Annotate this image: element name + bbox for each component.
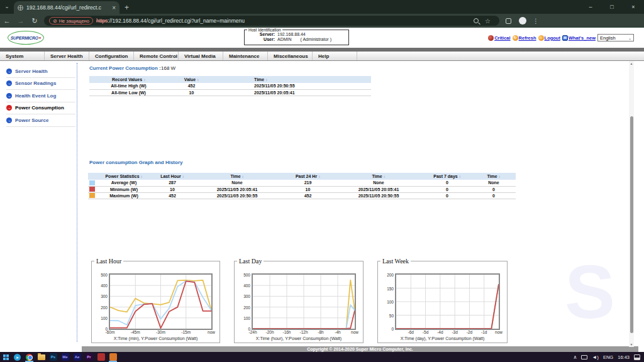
address-bar[interactable]: ⊘ Не защищено https://192.168.88.44/cgi/… <box>44 16 499 26</box>
reload-button[interactable]: ↻ <box>28 17 42 25</box>
forward-button[interactable]: → <box>14 17 28 25</box>
sidebar-item-power-consumption[interactable]: →Power Consumption <box>6 102 75 115</box>
taskbar-app-app-orange[interactable] <box>107 352 119 362</box>
column-header-past-7-days-5[interactable]: Past 7 days↕ <box>423 173 472 180</box>
menu-item-maintenance[interactable]: Maintenance <box>223 52 268 60</box>
host-identification-box: Host Identification Server: 192.168.88.4… <box>244 28 349 45</box>
taskbar-app-chrome[interactable] <box>23 352 35 362</box>
sidebar-item-server-health[interactable]: →Server Health <box>6 65 75 78</box>
network-display-icon[interactable] <box>581 355 587 359</box>
table-cell: 0 <box>423 186 472 192</box>
sidebar-item-health-event-log[interactable]: →Health Event Log <box>6 90 75 102</box>
sort-icon[interactable]: ↕ <box>265 78 267 82</box>
scroll-up-icon[interactable]: ▲ <box>629 62 634 65</box>
window-minimize-button[interactable]: – <box>580 0 601 14</box>
x-tick-label: -6d <box>408 330 414 334</box>
menu-item-system[interactable]: System <box>0 52 45 60</box>
column-header-time-4[interactable]: Time↕ <box>335 173 423 180</box>
bookmark-star-icon[interactable]: ☆ <box>485 18 491 25</box>
sidebar-item-sensor-readings[interactable]: →Sensor Readings <box>6 78 75 90</box>
y-tick-label: 150 <box>380 287 394 291</box>
menu-item-configuration[interactable]: Configuration <box>89 52 134 60</box>
menu-item-server-health[interactable]: Server Health <box>45 52 89 60</box>
sidebar-item-power-source[interactable]: →Power Source <box>6 114 75 127</box>
taskbar-app-premiere[interactable]: Pr <box>83 352 95 362</box>
new-tab-button[interactable]: + <box>125 3 129 12</box>
tab-close-icon[interactable]: × <box>112 4 116 11</box>
x-tick-label: -8h <box>318 330 323 334</box>
open-in-window-icon[interactable] <box>506 18 511 24</box>
table-cell: 10 <box>168 89 215 96</box>
language-select[interactable]: English⌄ <box>597 34 634 41</box>
sort-icon[interactable]: ↕ <box>459 175 461 178</box>
column-header-last-hour-1[interactable]: Last Hour↕ <box>152 173 193 180</box>
host-identification-legend: Host Identification <box>247 28 282 32</box>
system-tray: ∧ ◄) ENG 16:43 <box>574 354 644 360</box>
file-explorer-icon <box>38 354 45 360</box>
header-link-whats-new[interactable]: What's_new <box>562 35 596 41</box>
browser-tab[interactable]: 192.168.88.44/cgi/url_redirect.c × <box>14 1 119 14</box>
header-link-critical[interactable]: Critical <box>488 35 510 41</box>
y-tick-label: 100 <box>380 300 394 304</box>
chart-plot: 0100200300400500-24h-20h-16h-12h-8h-4hno… <box>252 273 356 330</box>
chart-title: Last Hour <box>94 258 123 265</box>
sort-icon[interactable]: ↕ <box>242 175 244 178</box>
menu-item-remote-control[interactable]: Remote Control <box>134 52 179 60</box>
taskbar-app-telegram[interactable]: ➤ <box>11 352 23 362</box>
menu-item-miscellaneous[interactable]: Miscellaneous <box>268 52 313 60</box>
scroll-down-icon[interactable]: ▼ <box>629 343 634 346</box>
keyboard-language[interactable]: ENG <box>603 354 613 360</box>
start-button[interactable] <box>0 352 11 362</box>
header-link-refresh[interactable]: ↻Refresh <box>513 35 536 41</box>
back-button[interactable]: ← <box>0 17 14 25</box>
url-rest: ://192.168.88.44/cgi/url_redirect.cgi?ur… <box>108 18 245 24</box>
table-cell: Average (W) <box>96 180 152 186</box>
x-tick-label: -15m <box>181 330 191 334</box>
browser-menu-icon[interactable]: ⋮ <box>533 18 539 25</box>
chart-caption: X:Time (hour), Y:Power Consumption (Watt… <box>235 336 363 341</box>
swatch-column-header <box>88 173 96 180</box>
scrollbar-thumb[interactable] <box>630 116 633 333</box>
tray-chevron-icon[interactable]: ∧ <box>574 354 577 360</box>
taskbar-app-after-effects[interactable]: Ae <box>71 352 83 362</box>
sort-icon[interactable]: ↕ <box>182 175 184 178</box>
taskbar-app-photoshop[interactable]: Ps <box>47 352 59 362</box>
column-header-power-statistics-0[interactable]: Power Statistics↕ <box>96 173 152 180</box>
volume-icon[interactable]: ◄) <box>592 354 599 360</box>
sidebar: →Server Health→Sensor Readings→Health Ev… <box>6 65 75 127</box>
zoom-icon[interactable] <box>474 18 479 23</box>
menu-item-help[interactable]: Help <box>313 52 357 60</box>
window-close-button[interactable]: × <box>623 0 644 14</box>
page-scrollbar[interactable]: ▲ ▼ <box>629 61 634 347</box>
menu-item-virtual-media[interactable]: Virtual Media <box>179 52 223 60</box>
tab-search-icon[interactable]: ⌄ <box>3 3 11 11</box>
sort-icon[interactable]: ↕ <box>197 78 199 82</box>
column-header-past-24-hr-3[interactable]: Past 24 Hr↕ <box>281 173 335 180</box>
column-header-time-6[interactable]: Time↕ <box>472 173 516 180</box>
header-link-logout[interactable]: →Logout <box>538 35 560 41</box>
column-header-time-2[interactable]: Time↕ <box>193 173 281 180</box>
column-header-time[interactable]: Time↕ <box>215 76 371 83</box>
sort-icon[interactable]: ↕ <box>143 78 145 82</box>
taskbar-app-file-explorer[interactable] <box>35 352 47 362</box>
sort-icon[interactable]: ↕ <box>384 175 386 178</box>
profile-avatar[interactable] <box>519 17 526 25</box>
series-color-swatch <box>88 180 96 186</box>
sort-icon[interactable]: ↕ <box>141 175 143 178</box>
chart-last-hour: Last Hour 0100200300400500-60m-45m-30m-1… <box>91 258 220 343</box>
notification-center-icon[interactable] <box>634 354 640 360</box>
taskbar-app-app-red[interactable] <box>95 352 107 362</box>
sort-icon[interactable]: ↕ <box>499 175 501 178</box>
clock[interactable]: 16:43 <box>618 354 630 360</box>
taskbar-app-media-encoder[interactable]: Me <box>59 352 71 362</box>
critical-icon <box>488 35 494 41</box>
sort-icon[interactable]: ↕ <box>318 175 320 178</box>
column-header-record-values[interactable]: Record Values↕ <box>89 76 168 83</box>
column-header-value[interactable]: Value↕ <box>168 76 215 83</box>
table-cell: 287 <box>152 180 193 186</box>
history-title: Power consumption Graph and History <box>89 160 182 165</box>
not-secure-badge[interactable]: ⊘ Не защищено <box>49 17 93 25</box>
window-maximize-button[interactable]: □ <box>601 0 623 14</box>
x-tick-label: -45m <box>131 330 140 334</box>
table-cell: 0 <box>423 180 472 186</box>
